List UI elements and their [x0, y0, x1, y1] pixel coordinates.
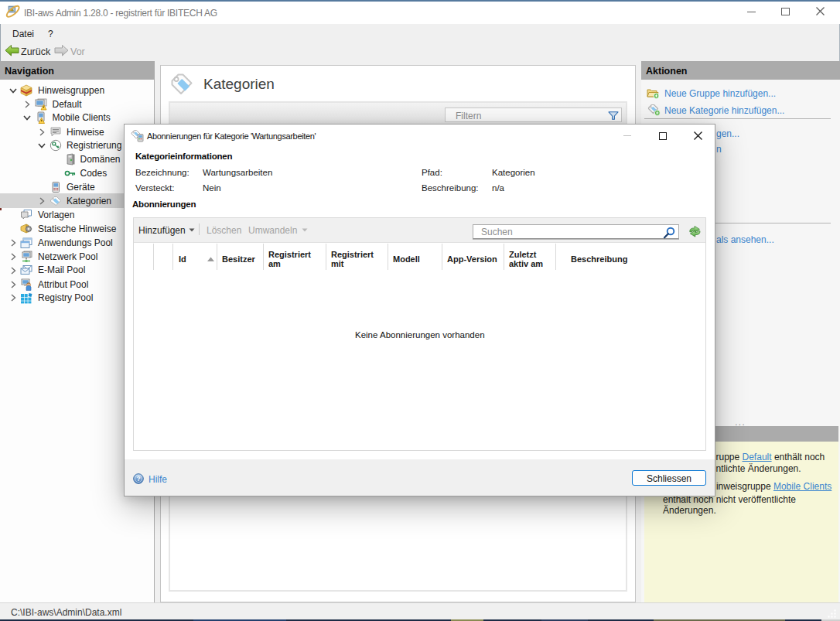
svg-text:?: ?: [136, 475, 140, 483]
